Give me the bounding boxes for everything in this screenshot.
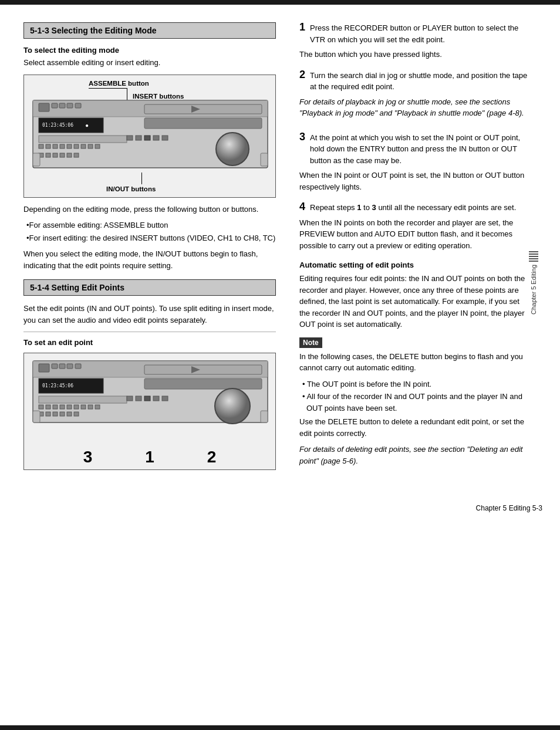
svg-rect-40 <box>52 364 58 369</box>
svg-rect-72 <box>261 411 268 423</box>
svg-rect-14 <box>39 144 43 148</box>
step-1-note: The button which you have pressed lights… <box>299 49 528 60</box>
subsection-title-select: To select the editing mode <box>23 46 276 55</box>
svg-rect-43 <box>75 364 81 369</box>
svg-rect-5 <box>67 103 73 108</box>
svg-rect-26 <box>153 136 159 140</box>
svg-rect-39 <box>39 364 49 372</box>
svg-rect-17 <box>60 144 65 148</box>
svg-rect-22 <box>95 144 100 148</box>
section514-intro: Set the edit points (IN and OUT points).… <box>23 303 276 326</box>
svg-rect-58 <box>95 405 100 409</box>
svg-rect-25 <box>144 136 150 140</box>
svg-rect-51 <box>46 405 50 409</box>
svg-rect-70 <box>74 412 79 416</box>
step-2-italic: For details of playback in jog or shuttl… <box>299 96 528 119</box>
svg-rect-9 <box>144 118 262 129</box>
vtr-device-svg: 01:23:45:06 ● <box>27 97 274 177</box>
para-2: When you select the editing mode, the IN… <box>23 248 276 271</box>
svg-rect-16 <box>53 144 58 148</box>
svg-text:01:23:45:06: 01:23:45:06 <box>42 123 73 128</box>
svg-rect-19 <box>74 144 79 148</box>
sidebar-chapter-label: Chapter 5 Editing <box>530 265 537 315</box>
svg-rect-23 <box>127 136 133 140</box>
svg-rect-55 <box>74 405 79 409</box>
diagram-set-edit: 01:23:45:06 <box>23 353 276 470</box>
step-2-block: 2 Turn the search dial in jog or shuttle… <box>299 70 528 123</box>
svg-rect-13 <box>39 136 127 143</box>
svg-rect-33 <box>67 153 72 157</box>
section-title-514: 5-1-4 Setting Edit Points <box>30 283 124 292</box>
svg-rect-42 <box>67 364 73 369</box>
svg-rect-66 <box>46 412 50 416</box>
tab-line-5 <box>529 261 538 262</box>
svg-point-28 <box>216 133 249 165</box>
svg-rect-15 <box>46 144 50 148</box>
svg-rect-7 <box>144 104 262 114</box>
note-text-2: Use the DELETE button to delete a redund… <box>299 416 528 439</box>
svg-rect-62 <box>153 396 159 401</box>
note-bullet-2: • All four of the recorder IN and OUT po… <box>299 391 528 414</box>
left-column: 5-1-3 Selecting the Editing Mode To sele… <box>0 16 288 482</box>
vtr-device-svg-2: 01:23:45:06 <box>27 358 274 440</box>
note-bullet-1: • The OUT point is before the IN point. <box>299 378 528 390</box>
bullet-assemble: •For assemble editing: ASSEMBLE button <box>23 219 276 231</box>
footer-text: Chapter 5 Editing 5-3 <box>476 504 542 512</box>
step-2-number: 2 <box>299 70 305 81</box>
svg-rect-49 <box>39 396 127 403</box>
diagram-assemble-insert: ASSEMBLE button INSERT buttons <box>23 75 276 198</box>
subsection-text: Select assemble editing or insert editin… <box>23 57 276 69</box>
step-2-text: Turn the search dial in jog or shuttle m… <box>310 70 528 93</box>
svg-rect-69 <box>67 412 72 416</box>
tab-line-3 <box>529 256 538 257</box>
svg-rect-54 <box>67 405 72 409</box>
tab-lines-group <box>529 251 538 262</box>
note-italic-footer: For details of deleting edit points, see… <box>299 444 528 467</box>
step-4-note: When the IN points on both the recorder … <box>299 217 528 252</box>
svg-point-64 <box>215 388 250 424</box>
svg-rect-60 <box>136 396 141 401</box>
diagram-numbers: 3 1 2 <box>24 448 275 467</box>
step-1-block: 1 Press the RECORDER button or PLAYER bu… <box>299 22 528 60</box>
divider <box>23 332 276 332</box>
top-bar <box>0 0 560 5</box>
svg-rect-6 <box>75 103 81 108</box>
svg-rect-46 <box>144 378 262 389</box>
page-footer: Chapter 5 Editing 5-3 <box>0 499 560 517</box>
svg-rect-36 <box>261 153 268 166</box>
tab-line-2 <box>529 254 538 255</box>
bottom-bar <box>0 725 560 730</box>
callout-line-h1 <box>89 88 127 89</box>
assemble-label: ASSEMBLE button <box>89 80 149 87</box>
tab-line-1 <box>529 251 538 252</box>
svg-rect-53 <box>60 405 65 409</box>
step-3-note: When the IN point or OUT point is set, t… <box>299 170 528 192</box>
svg-rect-35 <box>33 153 40 166</box>
svg-rect-50 <box>39 405 43 409</box>
section-title-513: 5-1-3 Selecting the Editing Mode <box>30 26 156 35</box>
svg-rect-20 <box>81 144 86 148</box>
svg-text:01:23:45:06: 01:23:45:06 <box>42 383 73 388</box>
section-header-514: 5-1-4 Setting Edit Points <box>23 279 276 296</box>
svg-rect-56 <box>81 405 86 409</box>
svg-rect-24 <box>136 136 141 140</box>
num-2: 2 <box>207 448 217 467</box>
svg-rect-59 <box>127 396 133 401</box>
para-1: Depending on the editing mode, press the… <box>23 204 276 215</box>
callout-inout-v <box>141 173 142 184</box>
auto-section-title: Automatic setting of edit points <box>299 261 528 269</box>
svg-rect-34 <box>74 153 79 157</box>
svg-rect-21 <box>88 144 93 148</box>
note-section: Note In the following cases, the DELETE … <box>299 337 528 467</box>
svg-rect-18 <box>67 144 72 148</box>
svg-rect-27 <box>162 136 168 140</box>
svg-rect-2 <box>39 103 49 111</box>
svg-rect-32 <box>60 153 65 157</box>
step-1-text: Press the RECORDER button or PLAYER butt… <box>310 22 528 45</box>
svg-rect-41 <box>59 364 65 369</box>
chapter-sidebar-tab: Chapter 5 Editing <box>527 251 540 315</box>
num-3: 3 <box>83 448 93 467</box>
svg-rect-44 <box>144 365 262 374</box>
bullet-insert: •For insert editing: the desired INSERT … <box>23 232 276 244</box>
section-header-513: 5-1-3 Selecting the Editing Mode <box>23 22 276 39</box>
